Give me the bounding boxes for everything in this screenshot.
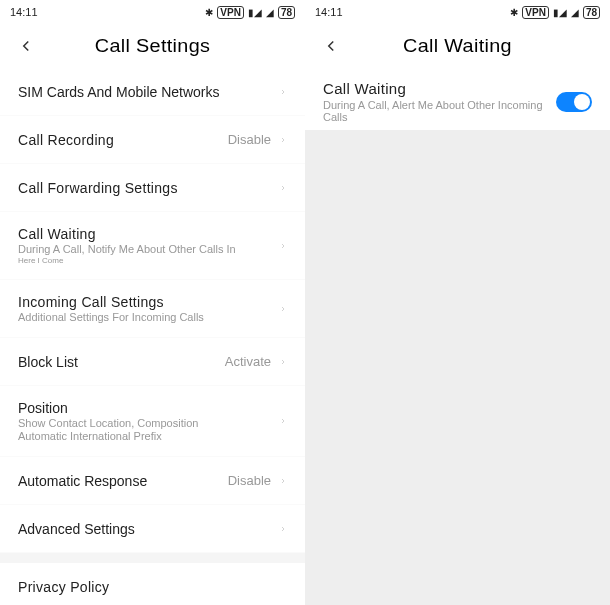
row-label: Position [18,400,279,416]
row-sublabel: Additional Settings For Incoming Calls [18,311,279,323]
section-divider [0,553,305,563]
bluetooth-icon: ✱ [510,7,518,18]
vpn-icon: VPN [217,6,244,19]
header: Call Waiting [305,24,610,68]
row-call-recording[interactable]: Call Recording Disable [0,116,305,164]
wifi-icon: ◢ [571,7,579,18]
call-waiting-screen: 14:11 ✱ VPN ▮◢ ◢ 78 Call Waiting Call Wa… [305,0,610,605]
status-time: 14:11 [315,6,510,18]
row-label: Call Recording [18,132,228,148]
header: Call Settings [0,24,305,68]
row-label: SIM Cards And Mobile Networks [18,84,279,100]
vpn-icon: VPN [522,6,549,19]
page-title: Call Settings [2,36,302,57]
status-indicators: ✱ VPN ▮◢ ◢ 78 [205,6,295,19]
bluetooth-icon: ✱ [205,7,213,18]
call-settings-screen: 14:11 ✱ VPN ▮◢ ◢ 78 Call Settings SIM Ca… [0,0,305,605]
row-label: Call Waiting [18,226,279,242]
row-label: Automatic Response [18,473,228,489]
status-bar: 14:11 ✱ VPN ▮◢ ◢ 78 [0,0,305,24]
chevron-right-icon [279,182,287,194]
row-sublabel2: Automatic International Prefix [18,430,279,442]
signal-icon: ▮◢ [248,7,262,18]
row-sublabel: During A Call, Notify Me About Other Cal… [18,243,279,255]
chevron-right-icon [279,134,287,146]
row-value: Activate [225,354,271,369]
chevron-right-icon [279,86,287,98]
page-title: Call Waiting [307,36,607,57]
status-indicators: ✱ VPN ▮◢ ◢ 78 [510,6,600,19]
battery-icon: 78 [278,6,295,19]
chevron-right-icon [279,475,287,487]
row-privacy-policy[interactable]: Privacy Policy [0,563,305,605]
chevron-right-icon [279,523,287,535]
signal-icon: ▮◢ [553,7,567,18]
row-call-waiting[interactable]: Call Waiting During A Call, Notify Me Ab… [0,212,305,280]
status-bar: 14:11 ✱ VPN ▮◢ ◢ 78 [305,0,610,24]
row-value: Disable [228,473,271,488]
row-label: Call Forwarding Settings [18,180,279,196]
row-label: Call Waiting [323,80,556,97]
row-label: Block List [18,354,225,370]
row-sublabel2: Here I Come [18,256,279,265]
battery-icon: 78 [583,6,600,19]
call-waiting-toggle[interactable] [556,92,592,112]
row-block-list[interactable]: Block List Activate [0,338,305,386]
status-time: 14:11 [10,6,205,18]
row-sublabel: During A Call, Alert Me About Other Inco… [323,99,556,123]
row-label: Incoming Call Settings [18,294,279,310]
row-call-forwarding[interactable]: Call Forwarding Settings [0,164,305,212]
row-call-waiting-toggle[interactable]: Call Waiting During A Call, Alert Me Abo… [305,68,610,135]
row-position[interactable]: Position Show Contact Location, Composit… [0,386,305,457]
chevron-right-icon [279,415,287,427]
row-automatic-response[interactable]: Automatic Response Disable [0,457,305,505]
row-value: Disable [228,132,271,147]
row-incoming-settings[interactable]: Incoming Call Settings Additional Settin… [0,280,305,338]
chevron-right-icon [279,240,287,252]
settings-list: SIM Cards And Mobile Networks Call Recor… [0,68,305,605]
row-label: Advanced Settings [18,521,279,537]
chevron-right-icon [279,356,287,368]
row-advanced-settings[interactable]: Advanced Settings [0,505,305,553]
empty-area [305,130,610,605]
row-label: Privacy Policy [18,579,287,595]
chevron-right-icon [279,303,287,315]
wifi-icon: ◢ [266,7,274,18]
row-sublabel: Show Contact Location, Composition [18,417,279,429]
row-sim-networks[interactable]: SIM Cards And Mobile Networks [0,68,305,116]
